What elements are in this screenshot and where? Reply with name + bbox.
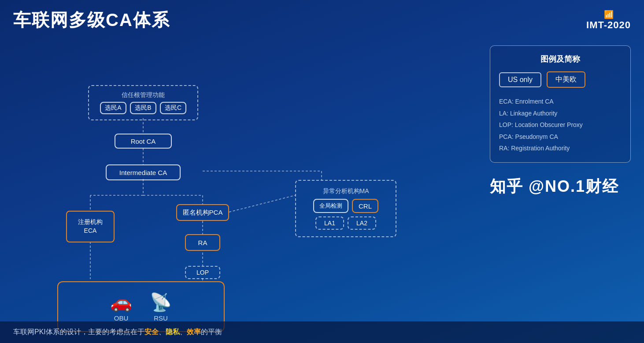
desc-ra: RA: Registration Authority bbox=[499, 142, 622, 154]
eca-line1: 注册机构 bbox=[78, 218, 103, 227]
desc-pca: PCA: Pseudonym CA bbox=[499, 131, 622, 143]
bottom-suffix: 的平衡 bbox=[201, 328, 222, 337]
china-us-eu-badge: 中美欧 bbox=[547, 71, 585, 88]
main-content: 信任根管理功能 选民A 选民B 选民C Root CA Intermediate… bbox=[0, 37, 644, 323]
ma-outer-box: 异常分析机构MA 全局检测 CRL LA1 LA2 bbox=[295, 180, 396, 237]
diagram-area: 信任根管理功能 选民A 选民B 选民C Root CA Intermediate… bbox=[13, 37, 481, 323]
obu-item: 🚗 OBU bbox=[110, 292, 132, 322]
root-ca-box: Root CA bbox=[115, 134, 172, 149]
logo-text: IMT-2020 bbox=[586, 19, 631, 31]
bottom-bar: 车联网PKI体系的设计，主要的考虑点在于 安全 、 隐私 、 效率 的平衡 bbox=[0, 321, 644, 343]
eca-box: 注册机构 ECA bbox=[66, 211, 115, 242]
obu-label: OBU bbox=[114, 314, 129, 322]
voter-b-box: 选民B bbox=[130, 102, 156, 114]
global-detect-box: 全局检测 bbox=[313, 199, 348, 213]
ra-box: RA bbox=[185, 234, 220, 251]
desc-lop: LOP: Location Obscurer Proxy bbox=[499, 119, 622, 131]
svg-line-12 bbox=[229, 195, 295, 212]
eca-line2: ECA bbox=[84, 227, 97, 235]
la1-box: LA1 bbox=[315, 216, 344, 230]
logo-area: 📶 IMT-2020 bbox=[586, 10, 631, 31]
crl-box: CRL bbox=[352, 199, 378, 213]
ma-label: 异常分析机构MA bbox=[323, 187, 369, 195]
voter-c-box: 选民C bbox=[160, 102, 186, 114]
bottom-prefix: 车联网PKI体系的设计，主要的考虑点在于 bbox=[13, 328, 144, 337]
legend-area: 图例及简称 US only 中美欧 ECA: Enrolment CA LA: … bbox=[490, 37, 631, 323]
legend-badges: US only 中美欧 bbox=[499, 71, 622, 88]
rsu-item: 📡 RSU bbox=[150, 292, 172, 322]
lop-box: LOP bbox=[185, 266, 220, 279]
desc-eca: ECA: Enrolment CA bbox=[499, 96, 622, 108]
trust-root-label: 信任根管理功能 bbox=[122, 91, 165, 99]
header: 车联网多级CA体系 📶 IMT-2020 bbox=[0, 0, 644, 37]
legend-box: 图例及简称 US only 中美欧 ECA: Enrolment CA LA: … bbox=[490, 45, 631, 163]
us-only-badge: US only bbox=[499, 72, 541, 87]
car-icon: 🚗 bbox=[110, 292, 132, 313]
page-title: 车联网多级CA体系 bbox=[13, 8, 170, 32]
zhihu-section: 知乎 @NO.1财经 bbox=[490, 176, 631, 198]
trust-root-outer-box: 信任根管理功能 选民A 选民B 选民C bbox=[88, 85, 198, 120]
bottom-word1: 安全 bbox=[144, 328, 159, 337]
bottom-word3: 效率 bbox=[187, 328, 201, 337]
bottom-sep2: 、 bbox=[180, 328, 187, 337]
desc-la: LA: Linkage Authority bbox=[499, 108, 622, 119]
bottom-word2: 隐私 bbox=[166, 328, 180, 337]
signal-icon: 📡 bbox=[150, 292, 172, 313]
la2-box: LA2 bbox=[348, 216, 376, 230]
pca-box: 匿名机构PCA bbox=[176, 204, 229, 221]
intermediate-ca-box: Intermediate CA bbox=[106, 164, 181, 180]
bottom-sep1: 、 bbox=[159, 328, 166, 337]
legend-descriptions: ECA: Enrolment CA LA: Linkage Authority … bbox=[499, 96, 622, 154]
rsu-label: RSU bbox=[154, 314, 168, 322]
legend-title: 图例及简称 bbox=[499, 54, 622, 64]
connections-svg bbox=[13, 37, 481, 323]
voter-a-box: 选民A bbox=[100, 102, 126, 114]
